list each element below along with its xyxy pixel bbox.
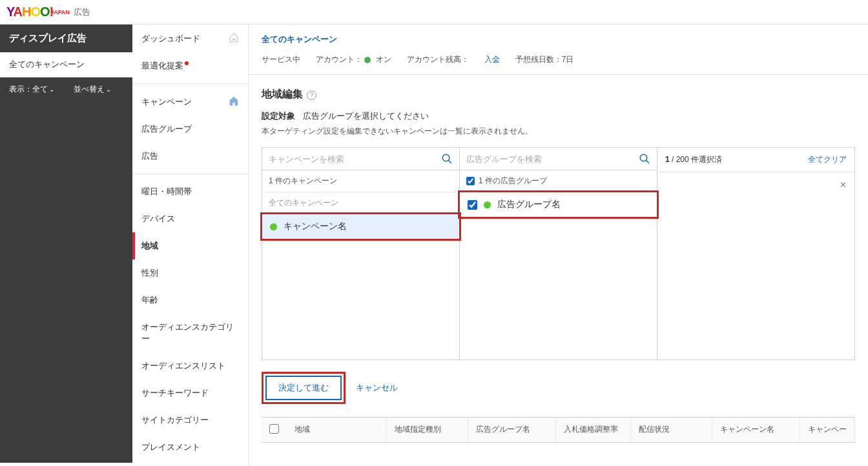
col-delivery[interactable]: 配信状況 bbox=[631, 418, 712, 442]
search-icon bbox=[639, 153, 650, 165]
note-text: 本ターゲティング設定を編集できないキャンペーンは一覧に表示されません。 bbox=[262, 126, 855, 137]
status-dot-icon bbox=[484, 201, 491, 208]
alert-dot-icon bbox=[185, 61, 189, 65]
campaign-column: 1 件のキャンペーン 全てのキャンペーン キャンペーン名 bbox=[262, 148, 460, 360]
col-bid-adj[interactable]: 入札価格調整率 bbox=[556, 418, 631, 442]
left-sidebar: ディスプレイ広告 全てのキャンペーン 表示：全て⌄ 並べ替え⌄ bbox=[0, 25, 132, 466]
adgroup-search[interactable] bbox=[460, 148, 657, 170]
nav-optimize[interactable]: 最適化提案 bbox=[132, 52, 248, 79]
selected-column: 1 / 200 件選択済 全てクリア ✕ bbox=[657, 148, 854, 360]
table-header: 地域 地域指定種別 広告グループ名 入札価格調整率 配信状況 キャンペーン名 キ… bbox=[262, 417, 855, 443]
action-row: 決定して進む キャンセル bbox=[262, 372, 855, 404]
status-dot-icon bbox=[270, 223, 277, 230]
select-all-rows-checkbox[interactable] bbox=[269, 424, 279, 434]
selected-count: 1 / 200 件選択済 bbox=[665, 154, 722, 165]
nav-daytime[interactable]: 曜日・時間帯 bbox=[132, 178, 248, 205]
nav-audlist[interactable]: オーディエンスリスト bbox=[132, 352, 248, 380]
proceed-button[interactable]: 決定して進む bbox=[265, 376, 342, 400]
svg-line-1 bbox=[448, 160, 451, 163]
sort-control[interactable]: 並べ替え⌄ bbox=[74, 84, 111, 95]
cancel-link[interactable]: キャンセル bbox=[356, 382, 398, 394]
nav-ad[interactable]: 広告 bbox=[132, 143, 248, 170]
nav-campaign[interactable]: キャンペーン bbox=[132, 88, 248, 116]
home-icon bbox=[229, 32, 239, 45]
nav-sidebar: ダッシュボード 最適化提案 キャンペーン 広告グループ 広告 曜日・時間帯 デバ… bbox=[132, 25, 249, 466]
nav-gender[interactable]: 性別 bbox=[132, 259, 248, 287]
close-button[interactable]: ✕ bbox=[657, 172, 854, 198]
adgroup-checkbox[interactable] bbox=[468, 200, 477, 210]
select-all-adgroups-checkbox[interactable] bbox=[466, 177, 475, 185]
campaign-count: 1 件のキャンペーン bbox=[262, 170, 459, 192]
adgroup-column: 1 件の広告グループ 広告グループ名 bbox=[460, 148, 657, 360]
col-adgroup[interactable]: 広告グループ名 bbox=[468, 418, 556, 442]
col-campaign[interactable]: キャンペーン名 bbox=[712, 418, 800, 442]
status-dot-icon bbox=[364, 57, 371, 63]
nav-region[interactable]: 地域 bbox=[132, 232, 248, 259]
show-filter[interactable]: 表示：全て⌄ bbox=[9, 84, 54, 95]
adgroup-item[interactable]: 広告グループ名 bbox=[460, 192, 657, 217]
adgroup-count-row[interactable]: 1 件の広告グループ bbox=[460, 170, 657, 192]
home-icon bbox=[229, 96, 239, 108]
svg-point-0 bbox=[442, 154, 450, 161]
breadcrumb[interactable]: 全てのキャンペーン bbox=[249, 25, 868, 54]
campaign-search[interactable] bbox=[262, 148, 459, 170]
all-campaigns-row[interactable]: 全てのキャンペーン bbox=[262, 192, 459, 214]
nav-audcat[interactable]: オーディエンスカテゴリー bbox=[132, 314, 248, 352]
balance-label: アカウント残高： bbox=[407, 54, 469, 65]
col-region[interactable]: 地域 bbox=[287, 418, 387, 442]
selection-picker: 1 件のキャンペーン 全てのキャンペーン キャンペーン名 bbox=[262, 147, 855, 360]
product-title: ディスプレイ広告 bbox=[0, 25, 132, 52]
nav-searchkw[interactable]: サーチキーワード bbox=[132, 380, 248, 407]
nav-device[interactable]: デバイス bbox=[132, 205, 248, 232]
nav-placement[interactable]: プレイスメント bbox=[132, 434, 248, 461]
left-controls: 表示：全て⌄ 並べ替え⌄ bbox=[0, 77, 132, 101]
adgroup-name: 広告グループ名 bbox=[497, 199, 561, 210]
yahoo-logo: YAHOO! bbox=[6, 5, 53, 19]
nav-dashboard[interactable]: ダッシュボード bbox=[132, 25, 248, 52]
section-title: 地域編集? bbox=[262, 88, 855, 101]
nav-adgroup[interactable]: 広告グループ bbox=[132, 116, 248, 143]
serving-status: サービス中 bbox=[262, 54, 300, 65]
nav-sitecat[interactable]: サイトカテゴリー bbox=[132, 407, 248, 434]
col-overflow[interactable]: キャンペー bbox=[800, 418, 855, 442]
search-icon bbox=[441, 153, 453, 165]
top-bar: YAHOO! JAPAN 広告 bbox=[0, 0, 868, 25]
logo-japan: JAPAN bbox=[50, 9, 70, 15]
all-campaigns-item[interactable]: 全てのキャンペーン bbox=[0, 52, 132, 77]
selected-header: 1 / 200 件選択済 全てクリア bbox=[657, 148, 854, 172]
nav-age[interactable]: 年齢 bbox=[132, 287, 248, 314]
campaign-item[interactable]: キャンペーン名 bbox=[262, 214, 459, 239]
svg-point-2 bbox=[640, 154, 647, 161]
days-remaining: 予想残日数：7日 bbox=[515, 54, 574, 65]
deposit-link[interactable]: 入金 bbox=[484, 54, 500, 65]
col-region-type[interactable]: 地域指定種別 bbox=[387, 418, 468, 442]
logo-ad-label: 広告 bbox=[74, 6, 90, 18]
adgroup-search-input[interactable] bbox=[466, 154, 639, 164]
clear-all-link[interactable]: 全てクリア bbox=[808, 154, 847, 165]
help-icon[interactable]: ? bbox=[307, 90, 316, 100]
svg-line-3 bbox=[646, 160, 649, 163]
campaign-search-input[interactable] bbox=[269, 154, 441, 164]
nav-contentkw[interactable]: コンテンツキーワード bbox=[132, 461, 248, 466]
campaign-name: キャンペーン名 bbox=[284, 221, 347, 232]
main-content: 全てのキャンペーン サービス中 アカウント： オン アカウント残高： 入金 予想… bbox=[249, 25, 868, 466]
account-status: アカウント： オン bbox=[316, 54, 391, 65]
target-row: 設定対象広告グループを選択してください bbox=[262, 110, 855, 122]
status-bar: サービス中 アカウント： オン アカウント残高： 入金 予想残日数：7日 bbox=[249, 54, 868, 75]
